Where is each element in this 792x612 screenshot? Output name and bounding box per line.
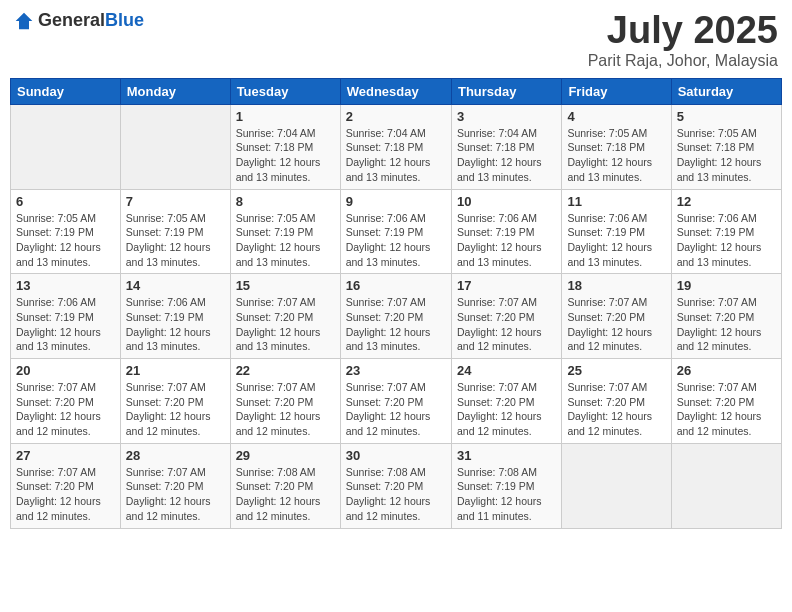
day-detail: Sunrise: 7:07 AMSunset: 7:20 PMDaylight:…: [236, 380, 335, 439]
day-detail: Sunrise: 7:07 AMSunset: 7:20 PMDaylight:…: [567, 380, 665, 439]
calendar-day-cell: 30Sunrise: 7:08 AMSunset: 7:20 PMDayligh…: [340, 443, 451, 528]
day-detail: Sunrise: 7:08 AMSunset: 7:20 PMDaylight:…: [236, 465, 335, 524]
calendar-day-cell: 24Sunrise: 7:07 AMSunset: 7:20 PMDayligh…: [451, 359, 561, 444]
day-detail: Sunrise: 7:05 AMSunset: 7:18 PMDaylight:…: [567, 126, 665, 185]
calendar-day-cell: 23Sunrise: 7:07 AMSunset: 7:20 PMDayligh…: [340, 359, 451, 444]
day-detail: Sunrise: 7:04 AMSunset: 7:18 PMDaylight:…: [346, 126, 446, 185]
calendar-day-cell: 26Sunrise: 7:07 AMSunset: 7:20 PMDayligh…: [671, 359, 781, 444]
calendar-day-cell: 1Sunrise: 7:04 AMSunset: 7:18 PMDaylight…: [230, 104, 340, 189]
day-detail: Sunrise: 7:07 AMSunset: 7:20 PMDaylight:…: [346, 380, 446, 439]
calendar-day-cell: 10Sunrise: 7:06 AMSunset: 7:19 PMDayligh…: [451, 189, 561, 274]
calendar-day-cell: 14Sunrise: 7:06 AMSunset: 7:19 PMDayligh…: [120, 274, 230, 359]
day-detail: Sunrise: 7:07 AMSunset: 7:20 PMDaylight:…: [236, 295, 335, 354]
calendar-day-cell: 5Sunrise: 7:05 AMSunset: 7:18 PMDaylight…: [671, 104, 781, 189]
day-number: 17: [457, 278, 556, 293]
calendar-day-cell: [120, 104, 230, 189]
calendar-day-cell: 11Sunrise: 7:06 AMSunset: 7:19 PMDayligh…: [562, 189, 671, 274]
calendar-table: SundayMondayTuesdayWednesdayThursdayFrid…: [10, 78, 782, 529]
location-title: Parit Raja, Johor, Malaysia: [588, 52, 778, 70]
day-number: 7: [126, 194, 225, 209]
logo-icon: [14, 11, 34, 31]
day-number: 4: [567, 109, 665, 124]
day-detail: Sunrise: 7:07 AMSunset: 7:20 PMDaylight:…: [457, 380, 556, 439]
calendar-day-cell: 22Sunrise: 7:07 AMSunset: 7:20 PMDayligh…: [230, 359, 340, 444]
month-title: July 2025: [588, 10, 778, 52]
logo-text: GeneralBlue: [38, 10, 144, 31]
calendar-week-row: 1Sunrise: 7:04 AMSunset: 7:18 PMDaylight…: [11, 104, 782, 189]
day-detail: Sunrise: 7:06 AMSunset: 7:19 PMDaylight:…: [126, 295, 225, 354]
svg-marker-0: [16, 12, 33, 29]
day-number: 16: [346, 278, 446, 293]
day-number: 8: [236, 194, 335, 209]
calendar-day-cell: 31Sunrise: 7:08 AMSunset: 7:19 PMDayligh…: [451, 443, 561, 528]
weekday-header-saturday: Saturday: [671, 78, 781, 104]
day-detail: Sunrise: 7:06 AMSunset: 7:19 PMDaylight:…: [567, 211, 665, 270]
day-number: 2: [346, 109, 446, 124]
calendar-week-row: 20Sunrise: 7:07 AMSunset: 7:20 PMDayligh…: [11, 359, 782, 444]
day-number: 22: [236, 363, 335, 378]
day-number: 27: [16, 448, 115, 463]
day-detail: Sunrise: 7:07 AMSunset: 7:20 PMDaylight:…: [567, 295, 665, 354]
day-detail: Sunrise: 7:05 AMSunset: 7:19 PMDaylight:…: [126, 211, 225, 270]
day-detail: Sunrise: 7:04 AMSunset: 7:18 PMDaylight:…: [236, 126, 335, 185]
day-detail: Sunrise: 7:04 AMSunset: 7:18 PMDaylight:…: [457, 126, 556, 185]
calendar-header: SundayMondayTuesdayWednesdayThursdayFrid…: [11, 78, 782, 104]
weekday-header-thursday: Thursday: [451, 78, 561, 104]
day-number: 25: [567, 363, 665, 378]
day-number: 23: [346, 363, 446, 378]
day-detail: Sunrise: 7:06 AMSunset: 7:19 PMDaylight:…: [457, 211, 556, 270]
calendar-day-cell: 12Sunrise: 7:06 AMSunset: 7:19 PMDayligh…: [671, 189, 781, 274]
weekday-header-tuesday: Tuesday: [230, 78, 340, 104]
calendar-day-cell: 21Sunrise: 7:07 AMSunset: 7:20 PMDayligh…: [120, 359, 230, 444]
weekday-header-friday: Friday: [562, 78, 671, 104]
day-detail: Sunrise: 7:05 AMSunset: 7:18 PMDaylight:…: [677, 126, 776, 185]
calendar-day-cell: 25Sunrise: 7:07 AMSunset: 7:20 PMDayligh…: [562, 359, 671, 444]
day-number: 29: [236, 448, 335, 463]
day-number: 19: [677, 278, 776, 293]
day-detail: Sunrise: 7:08 AMSunset: 7:19 PMDaylight:…: [457, 465, 556, 524]
day-number: 24: [457, 363, 556, 378]
day-number: 15: [236, 278, 335, 293]
calendar-day-cell: 29Sunrise: 7:08 AMSunset: 7:20 PMDayligh…: [230, 443, 340, 528]
day-number: 12: [677, 194, 776, 209]
calendar-day-cell: 15Sunrise: 7:07 AMSunset: 7:20 PMDayligh…: [230, 274, 340, 359]
weekday-header-monday: Monday: [120, 78, 230, 104]
calendar-day-cell: 6Sunrise: 7:05 AMSunset: 7:19 PMDaylight…: [11, 189, 121, 274]
day-detail: Sunrise: 7:06 AMSunset: 7:19 PMDaylight:…: [677, 211, 776, 270]
day-detail: Sunrise: 7:07 AMSunset: 7:20 PMDaylight:…: [126, 465, 225, 524]
calendar-day-cell: 19Sunrise: 7:07 AMSunset: 7:20 PMDayligh…: [671, 274, 781, 359]
weekday-header-sunday: Sunday: [11, 78, 121, 104]
day-number: 13: [16, 278, 115, 293]
calendar-day-cell: 27Sunrise: 7:07 AMSunset: 7:20 PMDayligh…: [11, 443, 121, 528]
calendar-week-row: 13Sunrise: 7:06 AMSunset: 7:19 PMDayligh…: [11, 274, 782, 359]
calendar-day-cell: [671, 443, 781, 528]
weekday-header-row: SundayMondayTuesdayWednesdayThursdayFrid…: [11, 78, 782, 104]
day-detail: Sunrise: 7:05 AMSunset: 7:19 PMDaylight:…: [16, 211, 115, 270]
calendar-day-cell: 4Sunrise: 7:05 AMSunset: 7:18 PMDaylight…: [562, 104, 671, 189]
calendar-body: 1Sunrise: 7:04 AMSunset: 7:18 PMDaylight…: [11, 104, 782, 528]
day-detail: Sunrise: 7:07 AMSunset: 7:20 PMDaylight:…: [677, 380, 776, 439]
day-number: 14: [126, 278, 225, 293]
day-detail: Sunrise: 7:07 AMSunset: 7:20 PMDaylight:…: [16, 465, 115, 524]
day-number: 28: [126, 448, 225, 463]
calendar-day-cell: 8Sunrise: 7:05 AMSunset: 7:19 PMDaylight…: [230, 189, 340, 274]
title-area: July 2025 Parit Raja, Johor, Malaysia: [588, 10, 778, 70]
logo: GeneralBlue: [14, 10, 144, 31]
day-number: 3: [457, 109, 556, 124]
day-number: 6: [16, 194, 115, 209]
day-detail: Sunrise: 7:05 AMSunset: 7:19 PMDaylight:…: [236, 211, 335, 270]
calendar-day-cell: 20Sunrise: 7:07 AMSunset: 7:20 PMDayligh…: [11, 359, 121, 444]
calendar-day-cell: 16Sunrise: 7:07 AMSunset: 7:20 PMDayligh…: [340, 274, 451, 359]
day-number: 18: [567, 278, 665, 293]
calendar-day-cell: 13Sunrise: 7:06 AMSunset: 7:19 PMDayligh…: [11, 274, 121, 359]
calendar-day-cell: [562, 443, 671, 528]
day-number: 30: [346, 448, 446, 463]
day-number: 1: [236, 109, 335, 124]
day-number: 5: [677, 109, 776, 124]
day-detail: Sunrise: 7:07 AMSunset: 7:20 PMDaylight:…: [346, 295, 446, 354]
day-detail: Sunrise: 7:07 AMSunset: 7:20 PMDaylight:…: [677, 295, 776, 354]
calendar-day-cell: 2Sunrise: 7:04 AMSunset: 7:18 PMDaylight…: [340, 104, 451, 189]
day-number: 9: [346, 194, 446, 209]
calendar-day-cell: 18Sunrise: 7:07 AMSunset: 7:20 PMDayligh…: [562, 274, 671, 359]
day-detail: Sunrise: 7:07 AMSunset: 7:20 PMDaylight:…: [126, 380, 225, 439]
